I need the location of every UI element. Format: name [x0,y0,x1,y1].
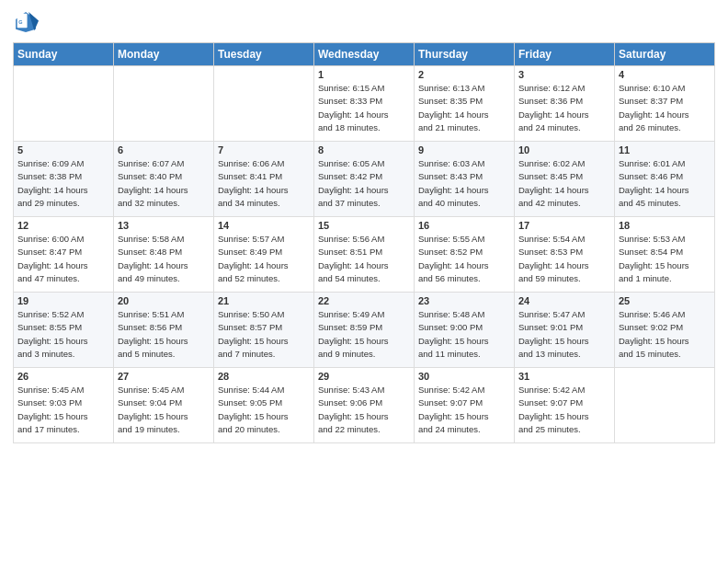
day-number: 8 [318,144,410,155]
page: G SundayMondayTuesdayWednesdayThursdayFr… [0,0,728,563]
day-info: Sunrise: 5:42 AM Sunset: 9:07 PM Dayligh… [518,384,610,436]
day-info: Sunrise: 5:49 AM Sunset: 8:59 PM Dayligh… [318,308,410,361]
day-cell: 24Sunrise: 5:47 AM Sunset: 9:01 PM Dayli… [515,293,615,368]
day-number: 21 [218,295,310,306]
day-info: Sunrise: 5:56 AM Sunset: 8:51 PM Dayligh… [318,233,410,285]
day-info: Sunrise: 6:09 AM Sunset: 8:38 PM Dayligh… [17,157,109,210]
day-cell: 10Sunrise: 6:02 AM Sunset: 8:45 PM Dayli… [515,142,615,217]
day-number: 1 [318,69,410,80]
day-cell: 29Sunrise: 5:43 AM Sunset: 9:06 PM Dayli… [314,368,415,443]
week-row-1: 1Sunrise: 6:15 AM Sunset: 8:33 PM Daylig… [14,66,715,142]
week-row-5: 26Sunrise: 5:45 AM Sunset: 9:03 PM Dayli… [14,368,715,443]
day-info: Sunrise: 5:45 AM Sunset: 9:03 PM Dayligh… [17,384,109,436]
header: G [13,9,715,35]
day-cell: 23Sunrise: 5:48 AM Sunset: 9:00 PM Dayli… [415,293,515,368]
day-number: 12 [17,220,109,231]
week-row-2: 5Sunrise: 6:09 AM Sunset: 8:38 PM Daylig… [14,142,715,217]
day-number: 6 [118,144,210,155]
day-cell: 17Sunrise: 5:54 AM Sunset: 8:53 PM Dayli… [515,217,615,293]
day-cell: 30Sunrise: 5:42 AM Sunset: 9:07 PM Dayli… [415,368,515,443]
day-info: Sunrise: 5:44 AM Sunset: 9:05 PM Dayligh… [218,384,310,436]
day-cell: 3Sunrise: 6:12 AM Sunset: 8:36 PM Daylig… [515,66,615,142]
day-info: Sunrise: 6:12 AM Sunset: 8:36 PM Dayligh… [518,82,610,134]
day-number: 3 [518,69,610,80]
day-number: 16 [418,220,510,231]
day-cell: 13Sunrise: 5:58 AM Sunset: 8:48 PM Dayli… [114,217,214,293]
calendar-table: SundayMondayTuesdayWednesdayThursdayFrid… [13,42,715,443]
day-number: 15 [318,220,410,231]
day-cell: 15Sunrise: 5:56 AM Sunset: 8:51 PM Dayli… [314,217,415,293]
day-info: Sunrise: 5:52 AM Sunset: 8:55 PM Dayligh… [17,308,109,361]
day-info: Sunrise: 5:42 AM Sunset: 9:07 PM Dayligh… [418,384,510,436]
week-row-4: 19Sunrise: 5:52 AM Sunset: 8:55 PM Dayli… [14,293,715,368]
day-cell: 20Sunrise: 5:51 AM Sunset: 8:56 PM Dayli… [114,293,214,368]
day-info: Sunrise: 5:55 AM Sunset: 8:52 PM Dayligh… [418,233,510,285]
day-info: Sunrise: 5:54 AM Sunset: 8:53 PM Dayligh… [518,233,610,285]
day-number: 2 [418,69,510,80]
day-info: Sunrise: 5:47 AM Sunset: 9:01 PM Dayligh… [518,308,610,361]
day-cell: 25Sunrise: 5:46 AM Sunset: 9:02 PM Dayli… [615,293,715,368]
day-number: 10 [518,144,610,155]
day-info: Sunrise: 6:10 AM Sunset: 8:37 PM Dayligh… [619,82,711,134]
day-cell: 5Sunrise: 6:09 AM Sunset: 8:38 PM Daylig… [14,142,114,217]
day-cell: 16Sunrise: 5:55 AM Sunset: 8:52 PM Dayli… [415,217,515,293]
day-number: 17 [518,220,610,231]
day-cell: 1Sunrise: 6:15 AM Sunset: 8:33 PM Daylig… [314,66,415,142]
day-cell [615,368,715,443]
day-number: 31 [518,371,610,382]
day-number: 18 [619,220,711,231]
week-row-3: 12Sunrise: 6:00 AM Sunset: 8:47 PM Dayli… [14,217,715,293]
day-info: Sunrise: 6:13 AM Sunset: 8:35 PM Dayligh… [418,82,510,134]
day-number: 19 [17,295,109,306]
day-number: 27 [118,371,210,382]
svg-text:G: G [18,19,22,25]
header-row: SundayMondayTuesdayWednesdayThursdayFrid… [14,43,715,66]
day-number: 5 [17,144,109,155]
day-info: Sunrise: 6:05 AM Sunset: 8:42 PM Dayligh… [318,157,410,210]
day-number: 20 [118,295,210,306]
logo: G [13,9,42,35]
day-cell: 2Sunrise: 6:13 AM Sunset: 8:35 PM Daylig… [415,66,515,142]
day-cell: 18Sunrise: 5:53 AM Sunset: 8:54 PM Dayli… [615,217,715,293]
day-cell [214,66,314,142]
day-number: 14 [218,220,310,231]
day-info: Sunrise: 6:01 AM Sunset: 8:46 PM Dayligh… [619,157,711,210]
day-info: Sunrise: 5:43 AM Sunset: 9:06 PM Dayligh… [318,384,410,436]
day-info: Sunrise: 6:07 AM Sunset: 8:40 PM Dayligh… [118,157,210,210]
day-number: 4 [619,69,711,80]
day-cell: 27Sunrise: 5:45 AM Sunset: 9:04 PM Dayli… [114,368,214,443]
day-number: 11 [619,144,711,155]
day-cell: 11Sunrise: 6:01 AM Sunset: 8:46 PM Dayli… [615,142,715,217]
day-cell: 8Sunrise: 6:05 AM Sunset: 8:42 PM Daylig… [314,142,415,217]
day-number: 29 [318,371,410,382]
day-number: 23 [418,295,510,306]
day-info: Sunrise: 6:06 AM Sunset: 8:41 PM Dayligh… [218,157,310,210]
day-info: Sunrise: 5:46 AM Sunset: 9:02 PM Dayligh… [619,308,711,361]
day-number: 26 [17,371,109,382]
day-number: 9 [418,144,510,155]
day-cell: 4Sunrise: 6:10 AM Sunset: 8:37 PM Daylig… [615,66,715,142]
day-info: Sunrise: 5:50 AM Sunset: 8:57 PM Dayligh… [218,308,310,361]
header-day-sunday: Sunday [14,43,114,66]
day-cell: 22Sunrise: 5:49 AM Sunset: 8:59 PM Dayli… [314,293,415,368]
day-info: Sunrise: 6:03 AM Sunset: 8:43 PM Dayligh… [418,157,510,210]
day-number: 25 [619,295,711,306]
day-number: 24 [518,295,610,306]
day-number: 13 [118,220,210,231]
day-cell: 7Sunrise: 6:06 AM Sunset: 8:41 PM Daylig… [214,142,314,217]
day-info: Sunrise: 6:00 AM Sunset: 8:47 PM Dayligh… [17,233,109,285]
day-info: Sunrise: 5:58 AM Sunset: 8:48 PM Dayligh… [118,233,210,285]
day-cell: 14Sunrise: 5:57 AM Sunset: 8:49 PM Dayli… [214,217,314,293]
header-day-tuesday: Tuesday [214,43,314,66]
day-cell: 19Sunrise: 5:52 AM Sunset: 8:55 PM Dayli… [14,293,114,368]
day-info: Sunrise: 5:53 AM Sunset: 8:54 PM Dayligh… [619,233,711,285]
logo-icon: G [13,9,39,35]
day-info: Sunrise: 5:57 AM Sunset: 8:49 PM Dayligh… [218,233,310,285]
header-day-saturday: Saturday [615,43,715,66]
day-cell: 31Sunrise: 5:42 AM Sunset: 9:07 PM Dayli… [515,368,615,443]
day-info: Sunrise: 5:45 AM Sunset: 9:04 PM Dayligh… [118,384,210,436]
day-number: 22 [318,295,410,306]
header-day-friday: Friday [515,43,615,66]
day-number: 7 [218,144,310,155]
header-day-wednesday: Wednesday [314,43,415,66]
